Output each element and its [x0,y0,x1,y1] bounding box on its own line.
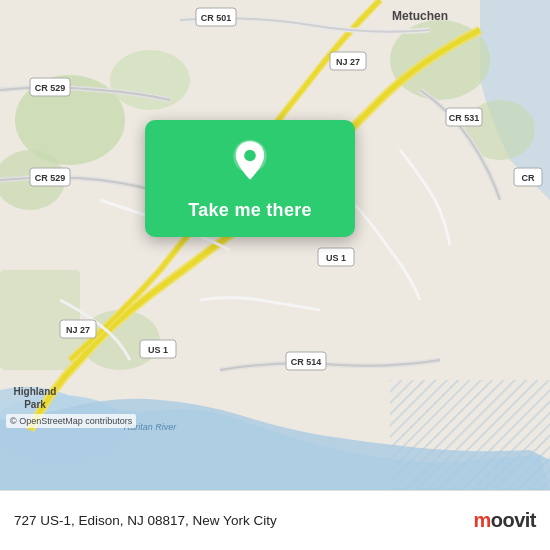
svg-point-37 [244,150,256,162]
svg-text:NJ 27: NJ 27 [336,57,360,67]
map-container: CR 501 NJ 27 NJ 27 CR 529 CR 529 US 1 US… [0,0,550,490]
moovit-text: moovit [473,509,536,532]
svg-text:CR 531: CR 531 [449,113,480,123]
action-card[interactable]: Take me there [145,120,355,237]
svg-text:CR 529: CR 529 [35,173,66,183]
location-pin-icon [225,138,275,188]
svg-text:Metuchen: Metuchen [392,9,448,23]
address-text: 727 US-1, Edison, NJ 08817, New York Cit… [14,513,473,528]
moovit-logo: moovit [473,509,536,532]
svg-text:CR 501: CR 501 [201,13,232,23]
svg-text:CR 529: CR 529 [35,83,66,93]
bottom-bar: 727 US-1, Edison, NJ 08817, New York Cit… [0,490,550,550]
svg-text:US 1: US 1 [326,253,346,263]
action-button-label[interactable]: Take me there [188,200,312,221]
svg-text:CR 514: CR 514 [291,357,322,367]
svg-text:US 1: US 1 [148,345,168,355]
svg-point-4 [110,50,190,110]
svg-text:CR: CR [522,173,535,183]
svg-text:Highland: Highland [14,386,57,397]
svg-rect-34 [390,380,550,490]
svg-text:NJ 27: NJ 27 [66,325,90,335]
svg-text:Park: Park [24,399,46,410]
map-attribution: © OpenStreetMap contributors [6,414,136,428]
